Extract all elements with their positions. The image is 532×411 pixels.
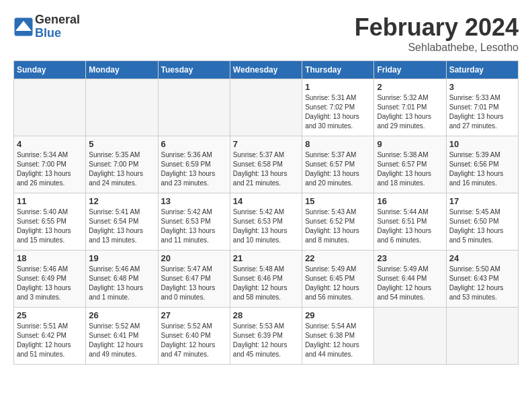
- day-info: Sunrise: 5:49 AM Sunset: 6:44 PM Dayligh…: [377, 265, 443, 302]
- day-number: 20: [161, 253, 227, 263]
- day-number: 25: [17, 310, 83, 320]
- calendar-cell: 22Sunrise: 5:49 AM Sunset: 6:45 PM Dayli…: [302, 250, 374, 308]
- calendar-cell: 12Sunrise: 5:41 AM Sunset: 6:54 PM Dayli…: [86, 193, 158, 250]
- calendar-cell: 24Sunrise: 5:50 AM Sunset: 6:43 PM Dayli…: [446, 250, 518, 308]
- calendar-week-row: 4Sunrise: 5:34 AM Sunset: 7:00 PM Daylig…: [14, 136, 519, 193]
- calendar-cell: 18Sunrise: 5:46 AM Sunset: 6:49 PM Dayli…: [14, 250, 86, 308]
- day-info: Sunrise: 5:36 AM Sunset: 6:59 PM Dayligh…: [161, 150, 227, 188]
- day-info: Sunrise: 5:52 AM Sunset: 6:40 PM Dayligh…: [161, 322, 227, 359]
- calendar-cell: 14Sunrise: 5:42 AM Sunset: 6:53 PM Dayli…: [230, 193, 302, 250]
- header-saturday: Saturday: [446, 61, 518, 79]
- calendar-cell: 11Sunrise: 5:40 AM Sunset: 6:55 PM Dayli…: [14, 193, 86, 250]
- calendar-cell: 8Sunrise: 5:37 AM Sunset: 6:57 PM Daylig…: [302, 136, 374, 193]
- subtitle: Sehlabathebe, Lesotho: [355, 42, 519, 54]
- header-tuesday: Tuesday: [158, 61, 230, 79]
- day-info: Sunrise: 5:33 AM Sunset: 7:01 PM Dayligh…: [449, 93, 515, 131]
- calendar-week-row: 18Sunrise: 5:46 AM Sunset: 6:49 PM Dayli…: [14, 250, 519, 308]
- day-info: Sunrise: 5:44 AM Sunset: 6:51 PM Dayligh…: [377, 208, 443, 245]
- day-info: Sunrise: 5:42 AM Sunset: 6:53 PM Dayligh…: [233, 208, 299, 245]
- day-info: Sunrise: 5:39 AM Sunset: 6:56 PM Dayligh…: [449, 150, 515, 188]
- day-number: 19: [89, 253, 154, 263]
- calendar-week-row: 25Sunrise: 5:51 AM Sunset: 6:42 PM Dayli…: [14, 308, 519, 365]
- day-number: 4: [17, 139, 83, 149]
- day-number: 9: [377, 139, 443, 149]
- calendar-cell: 23Sunrise: 5:49 AM Sunset: 6:44 PM Dayli…: [374, 250, 446, 308]
- calendar-cell: 27Sunrise: 5:52 AM Sunset: 6:40 PM Dayli…: [158, 308, 230, 365]
- day-number: 23: [377, 253, 443, 263]
- day-number: 6: [161, 139, 227, 149]
- day-number: 29: [305, 310, 371, 320]
- calendar-cell: 13Sunrise: 5:42 AM Sunset: 6:53 PM Dayli…: [158, 193, 230, 250]
- calendar-cell: [374, 308, 446, 365]
- day-number: 27: [161, 310, 227, 320]
- day-info: Sunrise: 5:43 AM Sunset: 6:52 PM Dayligh…: [305, 208, 371, 245]
- day-info: Sunrise: 5:46 AM Sunset: 6:49 PM Dayligh…: [17, 265, 83, 302]
- day-info: Sunrise: 5:40 AM Sunset: 6:55 PM Dayligh…: [17, 208, 83, 245]
- day-info: Sunrise: 5:42 AM Sunset: 6:53 PM Dayligh…: [161, 208, 227, 245]
- day-number: 10: [449, 139, 515, 149]
- day-number: 7: [233, 139, 299, 149]
- day-number: 22: [305, 253, 371, 263]
- calendar-cell: 3Sunrise: 5:33 AM Sunset: 7:01 PM Daylig…: [446, 79, 518, 136]
- day-info: Sunrise: 5:53 AM Sunset: 6:39 PM Dayligh…: [233, 322, 299, 359]
- page-header: General Blue February 2024 Sehlabathebe,…: [13, 13, 519, 54]
- day-number: 17: [449, 196, 515, 206]
- calendar-cell: 6Sunrise: 5:36 AM Sunset: 6:59 PM Daylig…: [158, 136, 230, 193]
- header-wednesday: Wednesday: [230, 61, 302, 79]
- calendar-cell: 15Sunrise: 5:43 AM Sunset: 6:52 PM Dayli…: [302, 193, 374, 250]
- calendar-cell: 16Sunrise: 5:44 AM Sunset: 6:51 PM Dayli…: [374, 193, 446, 250]
- calendar-cell: 5Sunrise: 5:35 AM Sunset: 7:00 PM Daylig…: [86, 136, 158, 193]
- day-info: Sunrise: 5:51 AM Sunset: 6:42 PM Dayligh…: [17, 322, 83, 359]
- calendar-cell: 25Sunrise: 5:51 AM Sunset: 6:42 PM Dayli…: [14, 308, 86, 365]
- calendar-cell: 7Sunrise: 5:37 AM Sunset: 6:58 PM Daylig…: [230, 136, 302, 193]
- day-number: 11: [17, 196, 83, 206]
- calendar-week-row: 1Sunrise: 5:31 AM Sunset: 7:02 PM Daylig…: [14, 79, 519, 136]
- day-info: Sunrise: 5:54 AM Sunset: 6:38 PM Dayligh…: [305, 322, 371, 359]
- day-info: Sunrise: 5:34 AM Sunset: 7:00 PM Dayligh…: [17, 150, 83, 188]
- calendar-cell: [86, 79, 158, 136]
- calendar-cell: 28Sunrise: 5:53 AM Sunset: 6:39 PM Dayli…: [230, 308, 302, 365]
- month-title: February 2024: [355, 13, 519, 42]
- day-number: 28: [233, 310, 299, 320]
- day-info: Sunrise: 5:47 AM Sunset: 6:47 PM Dayligh…: [161, 265, 227, 302]
- day-number: 26: [89, 310, 154, 320]
- day-info: Sunrise: 5:37 AM Sunset: 6:58 PM Dayligh…: [233, 150, 299, 188]
- day-number: 15: [305, 196, 371, 206]
- day-number: 5: [89, 139, 154, 149]
- day-info: Sunrise: 5:35 AM Sunset: 7:00 PM Dayligh…: [89, 150, 154, 188]
- logo-general: General: [35, 13, 80, 27]
- day-info: Sunrise: 5:38 AM Sunset: 6:57 PM Dayligh…: [377, 150, 443, 188]
- day-info: Sunrise: 5:37 AM Sunset: 6:57 PM Dayligh…: [305, 150, 371, 188]
- logo-blue: Blue: [35, 27, 80, 40]
- day-info: Sunrise: 5:52 AM Sunset: 6:41 PM Dayligh…: [89, 322, 154, 359]
- calendar-cell: [446, 308, 518, 365]
- calendar-cell: 10Sunrise: 5:39 AM Sunset: 6:56 PM Dayli…: [446, 136, 518, 193]
- logo-text: General Blue: [35, 13, 80, 40]
- title-block: February 2024 Sehlabathebe, Lesotho: [355, 13, 519, 54]
- day-number: 8: [305, 139, 371, 149]
- header-thursday: Thursday: [302, 61, 374, 79]
- day-number: 18: [17, 253, 83, 263]
- calendar-cell: [230, 79, 302, 136]
- day-info: Sunrise: 5:48 AM Sunset: 6:46 PM Dayligh…: [233, 265, 299, 302]
- calendar-cell: 17Sunrise: 5:45 AM Sunset: 6:50 PM Dayli…: [446, 193, 518, 250]
- logo-icon: [13, 17, 34, 37]
- day-number: 21: [233, 253, 299, 263]
- header-monday: Monday: [86, 61, 158, 79]
- day-info: Sunrise: 5:32 AM Sunset: 7:01 PM Dayligh…: [377, 93, 443, 131]
- calendar-cell: 26Sunrise: 5:52 AM Sunset: 6:41 PM Dayli…: [86, 308, 158, 365]
- day-number: 14: [233, 196, 299, 206]
- header-sunday: Sunday: [14, 61, 86, 79]
- calendar-cell: 4Sunrise: 5:34 AM Sunset: 7:00 PM Daylig…: [14, 136, 86, 193]
- calendar-cell: 2Sunrise: 5:32 AM Sunset: 7:01 PM Daylig…: [374, 79, 446, 136]
- day-number: 1: [305, 82, 371, 92]
- calendar-week-row: 11Sunrise: 5:40 AM Sunset: 6:55 PM Dayli…: [14, 193, 519, 250]
- calendar-cell: [158, 79, 230, 136]
- calendar-cell: 29Sunrise: 5:54 AM Sunset: 6:38 PM Dayli…: [302, 308, 374, 365]
- day-info: Sunrise: 5:41 AM Sunset: 6:54 PM Dayligh…: [89, 208, 154, 245]
- day-info: Sunrise: 5:46 AM Sunset: 6:48 PM Dayligh…: [89, 265, 154, 302]
- day-info: Sunrise: 5:49 AM Sunset: 6:45 PM Dayligh…: [305, 265, 371, 302]
- logo: General Blue: [13, 13, 80, 40]
- header-friday: Friday: [374, 61, 446, 79]
- calendar-cell: 1Sunrise: 5:31 AM Sunset: 7:02 PM Daylig…: [302, 79, 374, 136]
